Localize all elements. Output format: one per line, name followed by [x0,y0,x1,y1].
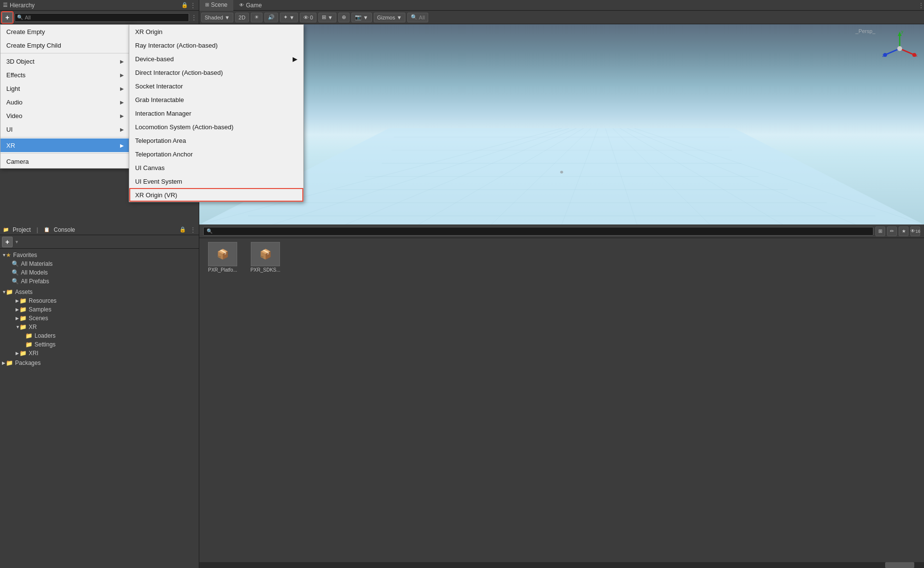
game-icon: 👁 [239,2,244,8]
2d-button[interactable]: 2D [235,13,249,22]
tab-game[interactable]: 👁 Game [233,0,268,11]
effects-button[interactable]: ✦ ▼ [280,13,298,22]
project-header: 📁 Project | 📋 Console 🔒 ⋮ [0,224,199,235]
hierarchy-toolbar-more[interactable]: ⋮ [191,14,197,21]
all-prefabs[interactable]: 🔍 All Prefabs [2,277,197,286]
svg-text:z: z [882,53,885,58]
pencil-icon: ✏ [890,228,894,234]
all-materials[interactable]: 🔍 All Materials [2,259,197,268]
menu-create-empty[interactable]: Create Empty [0,25,130,38]
socket-interactor[interactable]: Socket Interactor [129,79,303,93]
xr-origin[interactable]: XR Origin [129,25,303,38]
grid-button[interactable]: ⊞ ▼ [318,13,336,22]
favorites-header[interactable]: ▼ ★ Favorites [2,251,197,259]
device-based[interactable]: Device-based ▶ [129,52,303,66]
assets-xri[interactable]: ▶ 📁 XRI [2,349,197,358]
horizontal-scrollbar[interactable] [199,562,924,568]
hierarchy-lock-icon[interactable]: 🔒 [181,2,188,8]
project-tree: ▼ ★ Favorites 🔍 All Materials 🔍 All Mode… [0,249,199,568]
menu-ui[interactable]: UI ▶ [0,122,130,136]
svg-text:x: x [915,53,918,58]
audio-button[interactable]: 🔊 [264,13,278,22]
menu-light[interactable]: Light ▶ [0,82,130,95]
locomotion-system[interactable]: Locomotion System (Action-based) [129,120,303,134]
hierarchy-more-icon[interactable]: ⋮ [190,2,196,9]
menu-create-empty-child[interactable]: Create Empty Child [0,38,130,52]
scene-grid-icon: ⊞ [205,2,209,7]
camera-button[interactable]: 📷 ▼ [351,13,372,22]
menu-3d-object[interactable]: 3D Object ▶ [0,54,130,68]
project-icon-btn-3[interactable]: ★ [899,226,908,236]
package-icon: 📦 [217,248,229,260]
plus-icon: + [5,14,9,21]
project-lock-icon[interactable]: 🔒 [179,226,186,233]
project-icon-btn-1[interactable]: ⊞ [875,226,885,236]
project-search-input[interactable]: 🔍 [203,227,873,236]
assets-samples[interactable]: ▶ 📁 Samples [2,305,197,314]
ray-interactor[interactable]: Ray Interactor (Action-based) [129,38,303,52]
file-icon: 📦 [208,242,237,266]
teleportation-anchor[interactable]: Teleportation Anchor [129,147,303,161]
project-icon-btn-2[interactable]: ✏ [887,226,897,236]
search-icon: 🔍 [12,278,19,285]
menu-video[interactable]: Video ▶ [0,109,130,122]
dropdown-arrow-icon: ▼ [328,15,333,20]
file-item-pxr-sdks[interactable]: 📦 PXR_SDKS... [246,242,285,273]
hierarchy-toolbar: + 🔍 All ⋮ [0,11,199,24]
folder-icon: 📁 [25,332,33,339]
assets-xr-loaders[interactable]: 📁 Loaders [2,331,197,340]
interaction-manager[interactable]: Interaction Manager [129,106,303,120]
dropdown-arrow-icon: ▼ [225,15,230,20]
search-scene[interactable]: 🔍 All [407,13,428,22]
hierarchy-menu-icon: ☰ [3,2,8,8]
scene-more-icon[interactable]: ⋮ [918,2,924,9]
gizmos-dropdown[interactable]: Gizmos ▼ [374,13,405,22]
scene-gizmo[interactable]: y x z [880,29,919,68]
scrollbar-thumb[interactable] [885,562,914,568]
ui-event-system[interactable]: UI Event System [129,174,303,188]
assets-xr-settings[interactable]: 📁 Settings [2,340,197,349]
svg-text:y: y [901,29,904,34]
grab-interactable[interactable]: Grab Interactable [129,93,303,106]
xr-submenu: XR Origin Ray Interactor (Action-based) … [129,24,304,202]
teleportation-area[interactable]: Teleportation Area [129,134,303,147]
menu-xr[interactable]: XR ▶ [0,138,130,152]
menu-effects[interactable]: Effects ▶ [0,68,130,82]
folder-icon: 📁 [19,315,27,322]
tab-console[interactable]: Console [53,226,75,233]
transform-button[interactable]: ⊕ [338,13,349,22]
tab-project[interactable]: Project [13,226,31,233]
scene-tabs: ⊞ Scene 👁 Game ⋮ [199,0,924,11]
file-item-pxr-platform[interactable]: 📦 PXR_Platfo... [203,242,242,273]
lighting-button[interactable]: ☀ [251,13,262,22]
plus-icon: + [5,238,9,246]
hidden-layers[interactable]: 👁 0 [300,13,316,22]
tab-scene[interactable]: ⊞ Scene [199,0,233,11]
sun-icon: ☀ [254,14,259,20]
add-button[interactable]: + [2,12,13,23]
assets-xr[interactable]: ▼ 📁 XR [2,323,197,331]
xr-origin-vr[interactable]: XR Origin (VR) [129,188,303,202]
project-content-panel: 🔍 ⊞ ✏ ★ 👁 16 � [199,224,924,568]
project-icon-btn-4[interactable]: 👁 16 [910,226,920,236]
project-add-button[interactable]: + [2,237,13,247]
assets-scenes[interactable]: ▶ 📁 Scenes [2,314,197,323]
assets-packages[interactable]: ▶ 📁 Packages [2,359,197,367]
direct-interactor[interactable]: Direct Interactor (Action-based) [129,66,303,79]
hierarchy-search-box[interactable]: 🔍 All [15,13,189,22]
project-more-icon[interactable]: ⋮ [190,226,196,233]
eye-icon: 👁 [303,15,309,20]
ui-canvas[interactable]: UI Canvas [129,161,303,174]
assets-header[interactable]: ▼ 📁 Assets [2,288,197,296]
arrow-icon: ▶ [120,72,124,78]
menu-audio[interactable]: Audio ▶ [0,95,130,109]
shading-dropdown[interactable]: Shaded ▼ [201,13,233,22]
search-placeholder: All [25,15,31,20]
assets-resources[interactable]: ▶ 📁 Resources [2,296,197,305]
scene-viewport: y x z _Persp_ [199,24,924,224]
svg-point-30 [897,46,902,51]
menu-camera[interactable]: Camera [0,155,130,168]
all-models[interactable]: 🔍 All Models [2,268,197,277]
package-icon: 📦 [260,248,272,260]
camera-icon: 📷 [355,14,362,20]
